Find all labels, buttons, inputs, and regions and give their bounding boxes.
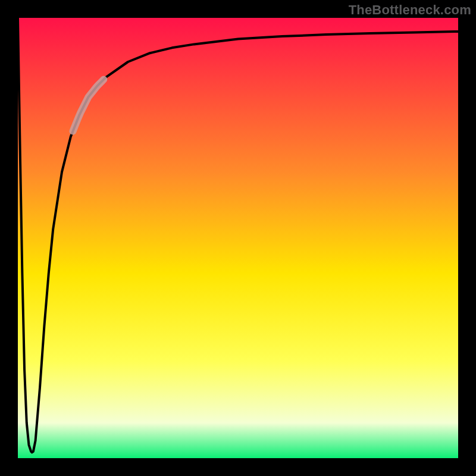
plot-area [18,18,458,458]
chart-canvas [0,0,476,476]
watermark-text: TheBottleneck.com [349,2,471,18]
chart-frame: TheBottleneck.com [0,0,476,476]
